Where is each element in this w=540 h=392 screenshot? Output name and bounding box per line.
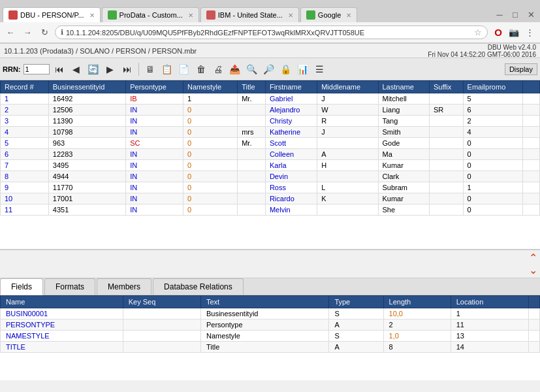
cell-email: 2	[463, 116, 523, 127]
table-row[interactable]: 7 3495 IN 0 Karla H Kumar 0	[1, 160, 540, 171]
field-type: A	[329, 342, 383, 353]
cell-extra	[523, 193, 540, 204]
filter-button[interactable]: 🔒	[279, 62, 293, 76]
cell-mname	[317, 171, 378, 182]
search-button[interactable]: 🔍	[245, 62, 259, 76]
settings-icon[interactable]: ⋮	[523, 26, 536, 39]
table-row[interactable]: 11 4351 IN 0 Melvin She 0	[1, 204, 540, 216]
url-bar[interactable]: ℹ 10.1.1.204:8205/DBU/q/U09MQU5PfFByb2Rh…	[55, 25, 488, 39]
tab-close-google[interactable]: ✕	[346, 12, 351, 19]
tab-fields[interactable]: Fields	[0, 278, 43, 295]
find-next-button[interactable]: 🔎	[262, 62, 276, 76]
table-row[interactable]: 5 963 SC 0 Mr. Scott Gode 0	[1, 138, 540, 149]
cell-record: 5	[1, 138, 49, 149]
cell-ns: 1	[183, 93, 238, 105]
tab-google[interactable]: Google ✕	[300, 7, 357, 22]
cell-beid: 12283	[48, 149, 125, 160]
forward-button[interactable]: →	[21, 26, 34, 39]
cell-ptype: IN	[126, 149, 183, 160]
fields-row[interactable]: NAMESTYLE Namestyle S 1,0 13	[1, 331, 540, 342]
fields-row[interactable]: TITLE Title A 8 14	[1, 342, 540, 353]
menu-button[interactable]: ☰	[313, 62, 327, 76]
cell-record: 10	[1, 193, 49, 204]
cell-extra	[523, 204, 540, 216]
field-text: Namestyle	[200, 331, 328, 342]
col-record: Record #	[1, 81, 49, 93]
fcol-type: Type	[329, 296, 383, 308]
cell-ns: 0	[183, 127, 238, 138]
fields-table: Name Key Seq Text Type Length Location B…	[0, 295, 540, 353]
address-bar: ← → ↻ ℹ 10.1.1.204:8205/DBU/q/U09MQU5PfF…	[0, 22, 540, 43]
maximize-button[interactable]: □	[509, 8, 522, 21]
rrn-input[interactable]	[24, 64, 50, 74]
cell-email: 1	[463, 182, 523, 193]
chart-button[interactable]: 📊	[296, 62, 310, 76]
opera-icon[interactable]: O	[492, 26, 505, 39]
bookmark-icon[interactable]: ☆	[474, 27, 482, 37]
table-row[interactable]: 10 17001 IN 0 Ricardo K Kumar 0	[1, 193, 540, 204]
field-keyseq	[123, 308, 200, 319]
app-path: 10.1.1.203 (Prodata3) / SOLANO / PERSON …	[4, 47, 197, 55]
tab-dbu[interactable]: DBU - PERSON/P... ✕	[3, 7, 101, 22]
view-button[interactable]: 🖥	[143, 62, 157, 76]
cell-mname: J	[317, 93, 378, 105]
table-row[interactable]: 2 12506 IN 0 Alejandro W Liang SR 6	[1, 105, 540, 116]
cell-extra	[523, 160, 540, 171]
cell-beid: 11770	[48, 182, 125, 193]
delete-button[interactable]: 🗑	[194, 62, 208, 76]
data-grid-container[interactable]: Record # Businessentityid Persontype Nam…	[0, 80, 540, 250]
field-length: 8	[383, 342, 451, 353]
fields-row[interactable]: PERSONTYPE Persontype A 2 11	[1, 319, 540, 331]
close-window-button[interactable]: ✕	[524, 8, 537, 21]
fields-table-container[interactable]: Name Key Seq Text Type Length Location B…	[0, 295, 540, 380]
cell-lname: Gode	[378, 138, 429, 149]
table-row[interactable]: 6 12283 IN 0 Colleen A Ma 0	[1, 149, 540, 160]
prev-record-button[interactable]: ◀	[69, 62, 84, 76]
export-button[interactable]: 📤	[228, 62, 242, 76]
table-row[interactable]: 8 4944 IN 0 Devin Clark 0	[1, 171, 540, 182]
cell-title	[238, 193, 266, 204]
new-button[interactable]: 📄	[177, 62, 191, 76]
field-type: A	[329, 319, 383, 331]
tab-formats[interactable]: Formats	[44, 278, 95, 295]
next-record-button[interactable]: ▶	[103, 62, 118, 76]
table-row[interactable]: 9 11770 IN 0 Ross L Subram 1	[1, 182, 540, 193]
table-row[interactable]: 1 16492 IB 1 Mr. Gabriel J Mitchell 5	[1, 93, 540, 105]
tab-database-relations[interactable]: Database Relations	[153, 278, 244, 295]
field-location: 11	[451, 319, 528, 331]
table-row[interactable]: 4 10798 IN 0 mrs Katherine J Smith 4	[1, 127, 540, 138]
fields-row[interactable]: BUSIN00001 Businessentityid S 10,0 1	[1, 308, 540, 319]
cell-title: Mr.	[238, 93, 266, 105]
cell-extra	[523, 105, 540, 116]
tab-ibm[interactable]: IBM - United State... ✕	[200, 7, 299, 22]
copy-button[interactable]: 📋	[160, 62, 174, 76]
cell-email: 0	[463, 204, 523, 216]
first-record-button[interactable]: ⏮	[52, 62, 67, 76]
display-button[interactable]: Display	[505, 63, 537, 75]
table-row[interactable]: 3 11390 IN 0 Christy R Tang 2	[1, 116, 540, 127]
tab-close-prodata[interactable]: ✕	[188, 12, 193, 19]
toolbar: RRN: ⏮ ◀ 🔄 ▶ ⏭ 🖥 📋 📄 🗑 🖨 📤 🔍 🔎 🔒 📊 ☰ Dis…	[0, 58, 540, 80]
cell-beid: 11390	[48, 116, 125, 127]
field-scroll	[529, 319, 540, 331]
last-record-button[interactable]: ⏭	[120, 62, 135, 76]
cell-fname: Melvin	[265, 204, 317, 216]
cell-email: 6	[463, 105, 523, 116]
extension-icon[interactable]: 📷	[507, 26, 520, 39]
cell-ns: 0	[183, 149, 238, 160]
cell-record: 6	[1, 149, 49, 160]
tab-members[interactable]: Members	[97, 278, 151, 295]
refresh-button[interactable]: 🔄	[86, 62, 101, 76]
back-button[interactable]: ←	[4, 26, 17, 39]
reload-button[interactable]: ↻	[38, 26, 51, 39]
tab-prodata[interactable]: ProData - Custom... ✕	[102, 7, 199, 22]
col-ns: Namestyle	[183, 81, 238, 93]
cell-suffix	[429, 182, 463, 193]
print-button[interactable]: 🖨	[211, 62, 225, 76]
scroll-down-arrow[interactable]: ⌄	[529, 264, 537, 276]
tab-close-ibm[interactable]: ✕	[288, 12, 293, 19]
cell-fname: Gabriel	[265, 93, 317, 105]
minimize-button[interactable]: ─	[493, 8, 506, 21]
scroll-up-arrow[interactable]: ⌃	[529, 252, 537, 264]
tab-close-dbu[interactable]: ✕	[89, 12, 95, 19]
